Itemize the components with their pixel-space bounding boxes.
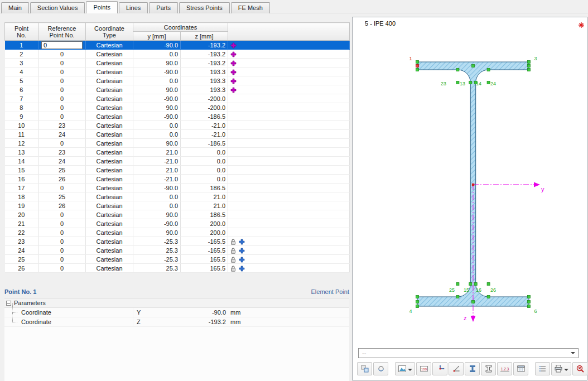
parameter-value[interactable]: -193.2 — [156, 317, 226, 326]
cell-point-no[interactable]: 24 — [5, 246, 38, 255]
point-marker[interactable] — [474, 283, 477, 286]
table-row[interactable]: 230Cartesian-25.3-165.5 — [5, 237, 350, 246]
section-outline-button[interactable] — [481, 362, 496, 375]
point-marker[interactable] — [487, 296, 490, 298]
cell-point-no[interactable]: 17 — [5, 184, 38, 192]
cell-coordinate-type[interactable]: Cartesian — [86, 175, 133, 184]
section-solid-button[interactable] — [465, 362, 480, 375]
cell-coordinate-type[interactable]: Cartesian — [86, 184, 133, 192]
graphics-viewport[interactable]: 5 - IPE 400 y z 1 3 4 6 23 13 14 24 25 1… — [352, 17, 587, 380]
cell-reference[interactable]: 23 — [38, 121, 86, 130]
zoom-100-button[interactable]: 100 — [416, 362, 431, 375]
cell-coordinate-z[interactable]: -193.2 — [181, 50, 228, 59]
point-marker[interactable] — [456, 69, 459, 71]
tab-section-values[interactable]: Section Values — [30, 2, 85, 13]
cell-coordinate-y[interactable]: 90.0 — [133, 210, 181, 219]
cell-point-no[interactable]: 22 — [5, 228, 38, 237]
cell-coordinate-type[interactable]: Cartesian — [86, 103, 133, 112]
cell-point-no[interactable]: 26 — [5, 264, 38, 273]
zoom-cancel-button[interactable] — [572, 362, 587, 375]
tab-fe-mesh[interactable]: FE Mesh — [231, 2, 270, 13]
cell-reference[interactable]: 0 — [38, 76, 86, 85]
table-row[interactable]: 170Cartesian-90.0186.5 — [5, 184, 350, 192]
cell-coordinate-type[interactable]: Cartesian — [86, 246, 133, 255]
cell-reference[interactable]: 0 — [38, 219, 86, 228]
cell-coordinate-z[interactable]: 186.5 — [181, 210, 228, 219]
cell-coordinate-z[interactable]: 200.0 — [181, 228, 228, 237]
cell-point-no[interactable]: 12 — [5, 139, 38, 148]
cell-coordinate-z[interactable]: -193.2 — [181, 41, 228, 50]
cell-reference[interactable]: 25 — [38, 166, 86, 175]
cell-point-no[interactable]: 6 — [5, 85, 38, 94]
tab-stress-points[interactable]: Stress Points — [179, 2, 230, 13]
table-row[interactable]: 1424Cartesian-21.00.0 — [5, 157, 350, 166]
cell-coordinate-z[interactable]: 165.5 — [181, 255, 228, 264]
show-principal-axes-button[interactable] — [449, 362, 464, 375]
cell-point-no[interactable]: 18 — [5, 192, 38, 201]
cell-point-no[interactable]: 25 — [5, 255, 38, 264]
display-mode-button[interactable] — [395, 362, 415, 375]
table-row[interactable]: 1323Cartesian21.00.0 — [5, 148, 350, 157]
cell-editor[interactable]: 0 — [41, 41, 83, 49]
cell-reference[interactable]: 0 — [38, 210, 86, 219]
cell-coordinate-y[interactable]: 0.0 — [133, 130, 181, 139]
table-row[interactable]: 20Cartesian0.0-193.2 — [5, 50, 350, 59]
cell-point-no[interactable]: 2 — [5, 50, 38, 59]
point-marker[interactable] — [487, 69, 490, 71]
cell-reference[interactable]: 0 — [38, 184, 86, 192]
cell-coordinate-type[interactable]: Cartesian — [86, 255, 133, 264]
pan-mode-button[interactable] — [357, 362, 372, 375]
point-marker[interactable] — [469, 283, 472, 286]
cell-point-no[interactable]: 13 — [5, 148, 38, 157]
point-marker[interactable] — [528, 301, 531, 303]
cell-point-no[interactable]: 9 — [5, 112, 38, 121]
point-marker[interactable] — [416, 61, 419, 64]
cell-point-no[interactable]: 21 — [5, 219, 38, 228]
cell-coordinate-z[interactable]: 165.5 — [181, 264, 228, 273]
details-button[interactable] — [535, 362, 550, 375]
cell-reference[interactable]: 0 — [38, 112, 86, 121]
cell-reference[interactable]: 24 — [38, 157, 86, 166]
cell-coordinate-z[interactable]: 21.0 — [181, 192, 228, 201]
cell-coordinate-y[interactable]: 0.0 — [133, 201, 181, 210]
cell-reference[interactable]: 0 — [38, 237, 86, 246]
viewport-flag-icon[interactable] — [578, 22, 585, 30]
table-row[interactable]: 250Cartesian-25.3165.5 — [5, 255, 350, 264]
point-marker[interactable] — [528, 305, 531, 308]
cell-coordinate-z[interactable]: -21.0 — [181, 130, 228, 139]
cell-coordinate-type[interactable]: Cartesian — [86, 94, 133, 103]
table-row[interactable]: 240Cartesian25.3-165.5 — [5, 246, 350, 255]
cell-coordinate-type[interactable]: Cartesian — [86, 201, 133, 210]
tab-parts[interactable]: Parts — [149, 2, 178, 13]
cell-coordinate-type[interactable]: Cartesian — [86, 41, 133, 50]
point-marker[interactable] — [528, 61, 531, 64]
parameter-row[interactable]: CoordinateZ-193.2mm — [4, 317, 349, 327]
cell-coordinate-z[interactable]: 0.0 — [181, 175, 228, 184]
cell-point-no[interactable]: 11 — [5, 130, 38, 139]
cell-coordinate-z[interactable]: -200.0 — [181, 103, 228, 112]
cell-coordinate-z[interactable]: -165.5 — [181, 237, 228, 246]
cell-reference[interactable]: 0 — [38, 41, 86, 50]
cell-coordinate-type[interactable]: Cartesian — [86, 85, 133, 94]
cell-point-no[interactable]: 19 — [5, 201, 38, 210]
cell-coordinate-y[interactable]: -90.0 — [133, 94, 181, 103]
cell-coordinate-y[interactable]: -90.0 — [133, 67, 181, 76]
cell-point-no[interactable]: 20 — [5, 210, 38, 219]
cell-coordinate-y[interactable]: 90.0 — [133, 103, 181, 112]
cell-coordinate-y[interactable]: -90.0 — [133, 41, 181, 50]
point-marker[interactable] — [487, 81, 490, 84]
cell-coordinate-type[interactable]: Cartesian — [86, 112, 133, 121]
cell-reference[interactable]: 0 — [38, 85, 86, 94]
cell-reference[interactable]: 0 — [38, 59, 86, 67]
cell-coordinate-z[interactable]: 0.0 — [181, 157, 228, 166]
cell-coordinate-y[interactable]: 90.0 — [133, 228, 181, 237]
cell-coordinate-y[interactable]: -21.0 — [133, 175, 181, 184]
cell-coordinate-z[interactable]: 193.3 — [181, 67, 228, 76]
cell-reference[interactable]: 25 — [38, 192, 86, 201]
cell-coordinate-type[interactable]: Cartesian — [86, 50, 133, 59]
table-row[interactable]: 200Cartesian90.0186.5 — [5, 210, 350, 219]
cell-reference[interactable]: 23 — [38, 148, 86, 157]
cell-coordinate-y[interactable]: 90.0 — [133, 139, 181, 148]
table-row[interactable]: 1825Cartesian0.021.0 — [5, 192, 350, 201]
cell-reference[interactable]: 0 — [38, 103, 86, 112]
